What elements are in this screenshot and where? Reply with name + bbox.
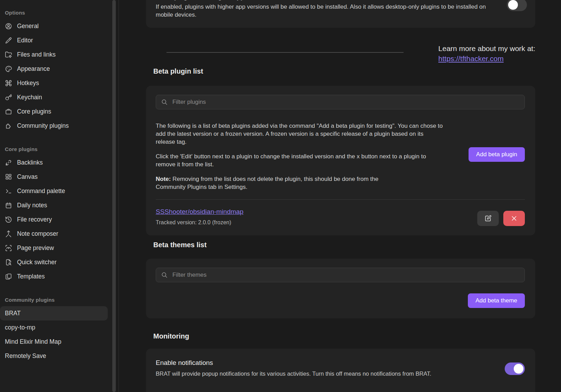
sidebar-item-label: Editor xyxy=(17,37,33,44)
sidebar-item-label: Mind Elixir Mind Map xyxy=(5,338,61,345)
settings-content: Allow plugins with higher app versions I… xyxy=(119,0,561,392)
sidebar-item-templates[interactable]: Templates xyxy=(4,269,112,284)
sidebar-item-label: File recovery xyxy=(17,216,52,223)
sidebar-scrollbar-thumb[interactable] xyxy=(112,0,116,392)
sidebar-item-label: Command palette xyxy=(17,187,65,195)
sidebar-item-mind-elixir-mind-map[interactable]: Mind Elixir Mind Map xyxy=(4,335,112,349)
beta-themes-list-heading: Beta themes list xyxy=(153,241,561,249)
user-circle-icon xyxy=(5,23,12,30)
scan-eye-icon xyxy=(5,244,12,252)
filter-themes-input[interactable]: Filter themes xyxy=(156,268,525,282)
toggle-knob xyxy=(508,0,518,10)
sidebar-section-title: Community plugins xyxy=(4,296,112,306)
sidebar-item-community-plugins[interactable]: Community plugins xyxy=(4,119,112,133)
backlink-icon xyxy=(5,159,12,166)
plugin-repo-link[interactable]: SSShooter/obsidian-mindmap xyxy=(156,208,243,215)
pencil-icon xyxy=(5,37,12,44)
beta-plugin-paragraph-2: Click the 'Edit' button next to a plugin… xyxy=(156,152,444,168)
plugin-row: SSShooter/obsidian-mindmap Tracked versi… xyxy=(156,199,525,226)
sidebar-item-note-composer[interactable]: Note composer xyxy=(4,227,112,241)
sidebar-item-page-preview[interactable]: Page preview xyxy=(4,241,112,255)
sidebar-item-command-palette[interactable]: Command palette xyxy=(4,184,112,198)
note-text: Removing from the list does not delete t… xyxy=(156,176,379,190)
learn-more-text: Learn more about my work at: xyxy=(438,44,535,54)
file-search-icon xyxy=(5,259,12,266)
add-beta-theme-button[interactable]: Add beta theme xyxy=(468,293,525,308)
filter-plugins-placeholder: Filter plugins xyxy=(172,99,206,106)
command-icon xyxy=(5,80,12,87)
sidebar-section-title: Options xyxy=(4,9,112,19)
enable-notifications-label: Enable notifications xyxy=(156,359,525,367)
sidebar-item-brat[interactable]: BRAT xyxy=(0,306,108,320)
sidebar-section-title: Core plugins xyxy=(4,145,112,156)
sidebar-item-label: Core plugins xyxy=(17,108,51,115)
sidebar-item-backlinks[interactable]: Backlinks xyxy=(4,156,112,170)
sidebar-item-label: Canvas xyxy=(17,173,38,181)
filter-themes-placeholder: Filter themes xyxy=(172,272,206,278)
edit-plugin-button[interactable] xyxy=(477,211,499,226)
sidebar-item-label: General xyxy=(17,23,39,30)
sidebar-item-core-plugins[interactable]: Core plugins xyxy=(4,105,112,119)
note-label: Note: xyxy=(156,176,171,182)
add-beta-plugin-button[interactable]: Add beta plugin xyxy=(469,147,525,162)
settings-sidebar: OptionsGeneralEditorFiles and linksAppea… xyxy=(0,0,112,392)
sidebar-item-canvas[interactable]: Canvas xyxy=(4,170,112,184)
copy-icon xyxy=(5,273,12,280)
sidebar-item-label: copy-to-mp xyxy=(5,324,35,331)
filter-plugins-input[interactable]: Filter plugins xyxy=(156,95,525,109)
learn-more-block: Learn more about my work at: https://tft… xyxy=(438,44,535,64)
box-icon xyxy=(5,108,12,115)
sidebar-item-label: Templates xyxy=(17,273,45,280)
compat-toggle[interactable] xyxy=(507,0,527,11)
merge-icon xyxy=(5,230,12,237)
tfthacker-link[interactable]: https://tfthacker.com xyxy=(438,55,504,62)
sidebar-item-general[interactable]: General xyxy=(4,19,112,33)
sidebar-item-label: Quick switcher xyxy=(17,259,57,266)
sidebar-section: Core pluginsBacklinksCanvasCommand palet… xyxy=(4,145,112,284)
sidebar-item-label: Daily notes xyxy=(17,202,47,209)
monitoring-card: Enable notifications BRAT will provide p… xyxy=(146,349,535,392)
sidebar-item-label: Page preview xyxy=(17,244,54,252)
puzzle-icon xyxy=(5,122,12,130)
search-icon xyxy=(161,272,168,278)
sidebar-item-label: Remotely Save xyxy=(5,352,46,360)
enable-notifications-description: BRAT will provide popup notifications fo… xyxy=(156,370,525,377)
beta-themes-list-card: Filter themes Add beta theme xyxy=(146,259,535,318)
sidebar-item-label: Note composer xyxy=(17,230,58,237)
sidebar-scrollbar[interactable] xyxy=(112,0,116,392)
sidebar-item-quick-switcher[interactable]: Quick switcher xyxy=(4,255,112,269)
learn-more-row: Learn more about my work at: https://tft… xyxy=(146,44,535,64)
compat-setting-description: If enabled, plugins with higher app vers… xyxy=(156,3,487,19)
sidebar-item-label: Appearance xyxy=(17,65,50,73)
sidebar-item-keychain[interactable]: Keychain xyxy=(4,90,112,105)
search-icon xyxy=(161,99,168,106)
beta-plugin-list-heading: Beta plugin list xyxy=(153,67,561,75)
horizontal-divider xyxy=(166,52,404,53)
folder-cog-icon xyxy=(5,51,12,58)
plugin-tracked-version: Tracked version: 2.0.0 (frozen) xyxy=(156,219,525,226)
sidebar-section: OptionsGeneralEditorFiles and linksAppea… xyxy=(4,9,112,133)
sidebar-item-label: Backlinks xyxy=(17,159,43,166)
sidebar-item-remotely-save[interactable]: Remotely Save xyxy=(4,349,112,363)
sidebar-item-daily-notes[interactable]: Daily notes xyxy=(4,198,112,212)
beta-plugin-list-card: Filter plugins The following is a list o… xyxy=(146,86,535,235)
sidebar-item-hotkeys[interactable]: Hotkeys xyxy=(4,76,112,90)
sidebar-item-appearance[interactable]: Appearance xyxy=(4,62,112,76)
layout-grid-icon xyxy=(5,173,12,181)
sidebar-item-editor[interactable]: Editor xyxy=(4,33,112,48)
monitoring-heading: Monitoring xyxy=(153,332,561,340)
remove-plugin-button[interactable] xyxy=(503,211,525,226)
sidebar-item-label: Files and links xyxy=(17,51,56,58)
sidebar-item-file-recovery[interactable]: File recovery xyxy=(4,212,112,227)
beta-plugin-note: Note: Removing from the list does not de… xyxy=(156,175,403,191)
toggle-knob xyxy=(514,364,523,374)
sidebar-item-label: Keychain xyxy=(17,94,42,101)
sidebar-item-label: BRAT xyxy=(5,310,21,317)
sidebar-section: Community pluginsBRATcopy-to-mpMind Elix… xyxy=(4,296,112,363)
enable-notifications-toggle[interactable] xyxy=(505,362,525,375)
sidebar-item-files-and-links[interactable]: Files and links xyxy=(4,48,112,62)
sidebar-item-copy-to-mp[interactable]: copy-to-mp xyxy=(4,320,112,335)
palette-icon xyxy=(5,65,12,73)
key-icon xyxy=(5,94,12,101)
edit-icon xyxy=(484,215,492,222)
